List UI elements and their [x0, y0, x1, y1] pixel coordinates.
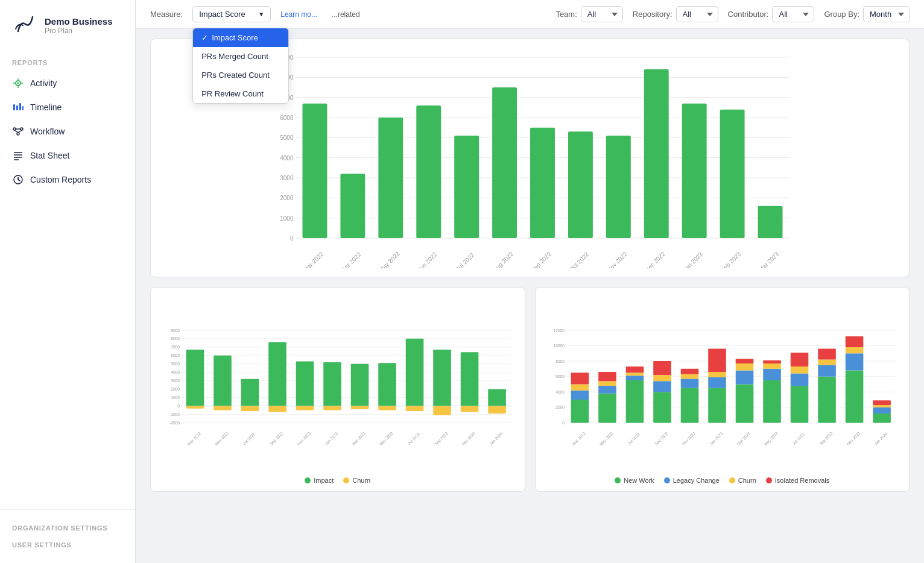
org-settings-link[interactable]: ORGANIZATION SETTINGS	[0, 520, 135, 536]
sidebar-item-timeline[interactable]: Timeline	[0, 95, 135, 119]
svg-rect-122	[461, 406, 479, 412]
sidebar-item-workflow[interactable]: Workflow	[0, 119, 135, 143]
plan-label: Pro Plan	[45, 27, 113, 35]
svg-rect-106	[323, 362, 341, 406]
sidebar-item-custom-reports[interactable]: Custom Reports	[0, 168, 135, 192]
dropdown-item-prs-created[interactable]: PRs Created Count	[193, 66, 288, 84]
svg-text:Nov 2022: Nov 2022	[606, 250, 628, 268]
svg-text:6000: 6000	[280, 115, 294, 121]
dropdown-item-impact-score[interactable]: ✓ Impact Score	[193, 28, 288, 47]
dropdown-item-pr-review[interactable]: PR Review Count	[193, 84, 288, 103]
svg-line-14	[14, 130, 18, 133]
measure-selected-value: Impact Score	[199, 10, 245, 19]
svg-rect-165	[680, 369, 698, 374]
svg-rect-198	[873, 407, 891, 414]
team-filter: Team: All	[555, 6, 622, 22]
repo-filter: Repository: All	[633, 6, 718, 22]
svg-text:4000: 4000	[171, 370, 180, 374]
contributor-select[interactable]: All	[772, 6, 814, 22]
content-area: 0100020003000400050006000700080009000Mar…	[136, 29, 924, 563]
svg-rect-103	[296, 362, 314, 406]
learn-more-link[interactable]: Learn mo...	[280, 10, 317, 19]
svg-rect-8	[19, 103, 21, 110]
svg-rect-144	[571, 384, 589, 390]
team-select[interactable]: All	[581, 6, 623, 22]
repo-select[interactable]: All	[676, 6, 718, 22]
svg-rect-107	[323, 406, 341, 410]
checkmark-icon: ✓	[201, 33, 208, 42]
group-by-filter: Group By: Month	[824, 6, 910, 22]
svg-rect-55	[568, 131, 593, 238]
legend-item: Impact	[305, 477, 334, 484]
svg-text:May 2022: May 2022	[378, 250, 401, 268]
svg-text:Jan 2023: Jan 2023	[682, 251, 704, 268]
svg-rect-92	[186, 406, 204, 409]
sidebar-item-stat-sheet[interactable]: Stat Sheet	[0, 143, 135, 168]
svg-text:1000: 1000	[171, 395, 180, 400]
svg-rect-142	[571, 400, 589, 423]
svg-text:Aug 2022: Aug 2022	[492, 250, 514, 268]
svg-text:1000: 1000	[280, 215, 294, 222]
svg-text:Sep 2023: Sep 2023	[434, 431, 449, 447]
svg-text:Jul 2022: Jul 2022	[455, 251, 476, 268]
svg-rect-183	[790, 374, 808, 386]
svg-text:Nov 2022: Nov 2022	[681, 431, 696, 446]
timeline-label: Timeline	[30, 102, 62, 112]
svg-text:Dec 2022: Dec 2022	[644, 250, 666, 268]
svg-text:3000: 3000	[280, 175, 294, 181]
measure-select-button[interactable]: Impact Score ▼	[192, 6, 271, 22]
user-settings-link[interactable]: USER SETTINGS	[0, 536, 135, 553]
svg-rect-113	[378, 406, 396, 410]
bottom-charts-row: -2000-1000010002000300040005000600070008…	[150, 287, 910, 492]
svg-rect-163	[680, 379, 698, 388]
svg-line-15	[18, 130, 22, 133]
repo-label: Repository:	[633, 10, 672, 19]
svg-rect-147	[598, 394, 616, 423]
svg-text:Jan 2024: Jan 2024	[873, 431, 888, 446]
svg-rect-95	[214, 406, 232, 410]
svg-text:4000: 4000	[280, 155, 294, 162]
svg-rect-177	[763, 380, 781, 423]
svg-rect-118	[433, 350, 451, 406]
svg-text:Sep 2022: Sep 2022	[653, 431, 669, 447]
svg-text:Jan 2023: Jan 2023	[324, 431, 339, 446]
svg-rect-94	[214, 356, 232, 406]
svg-text:Jul 2022: Jul 2022	[627, 432, 641, 445]
svg-rect-125	[488, 406, 506, 414]
svg-text:Mar 2022: Mar 2022	[302, 250, 325, 268]
measure-dropdown: ✓ Impact Score PRs Merged Count PRs Crea…	[192, 28, 289, 104]
svg-rect-112	[378, 363, 396, 406]
svg-text:Apr 2022: Apr 2022	[340, 251, 362, 268]
svg-rect-159	[653, 375, 671, 381]
svg-text:3000: 3000	[171, 379, 180, 383]
svg-text:Mar 2023: Mar 2023	[351, 431, 366, 446]
company-logo-icon	[12, 12, 39, 39]
svg-text:Mar 2022: Mar 2022	[571, 431, 586, 446]
svg-text:Feb 2023: Feb 2023	[720, 250, 742, 268]
team-label: Team:	[555, 10, 577, 19]
svg-rect-173	[735, 370, 753, 384]
contributor-filter: Contributor: All	[728, 6, 815, 22]
svg-text:May 2022: May 2022	[214, 431, 230, 447]
activity-label: Activity	[30, 78, 57, 88]
svg-rect-152	[625, 380, 644, 423]
custom-reports-label: Custom Reports	[30, 175, 91, 184]
svg-rect-187	[818, 377, 836, 423]
workflow-icon	[12, 125, 24, 137]
group-by-select[interactable]: Month	[863, 6, 910, 22]
svg-rect-174	[735, 363, 753, 371]
svg-rect-162	[680, 388, 698, 423]
svg-rect-6	[13, 104, 15, 110]
dropdown-item-prs-merged[interactable]: PRs Merged Count	[193, 47, 288, 66]
svg-text:Jul 2023: Jul 2023	[407, 432, 420, 445]
svg-text:Sep 2023: Sep 2023	[818, 431, 834, 447]
svg-text:6000: 6000	[555, 374, 565, 379]
svg-rect-98	[241, 406, 259, 411]
sidebar-item-activity[interactable]: Activity	[0, 71, 135, 95]
svg-point-10	[13, 128, 16, 130]
svg-rect-193	[845, 353, 863, 370]
svg-text:Sep 2022: Sep 2022	[530, 250, 552, 268]
svg-point-11	[21, 128, 23, 130]
svg-text:Mar 2023: Mar 2023	[736, 431, 751, 446]
svg-rect-150	[598, 372, 616, 381]
